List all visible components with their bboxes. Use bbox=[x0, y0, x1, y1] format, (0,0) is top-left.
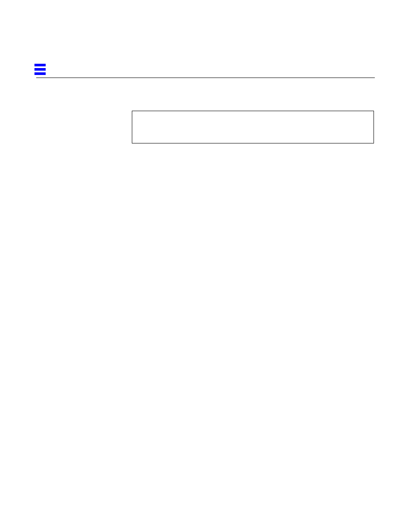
page-header bbox=[36, 64, 375, 78]
menu-icon bbox=[34, 64, 46, 75]
document-page bbox=[0, 0, 411, 143]
content-area bbox=[132, 111, 375, 143]
content-box bbox=[132, 111, 374, 143]
